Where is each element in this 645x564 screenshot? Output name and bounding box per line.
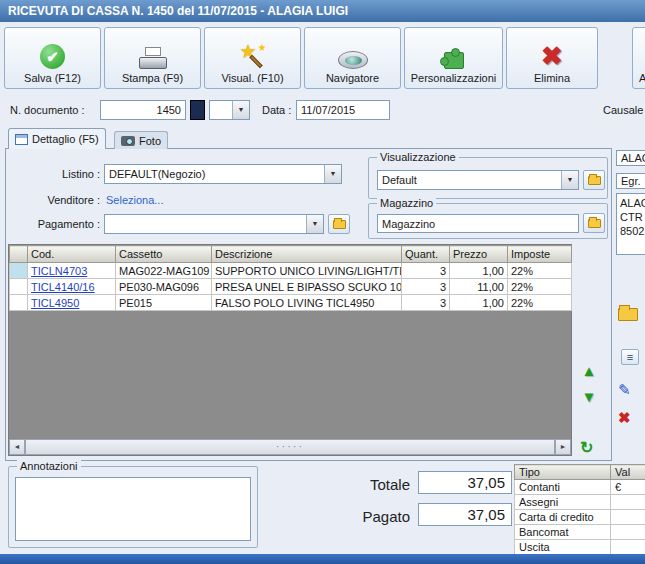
- payment-header-row: Tipo Val: [515, 465, 645, 480]
- grid-icon: [15, 134, 28, 145]
- puzzle-icon: [444, 52, 464, 69]
- visualizzazione-folder-button[interactable]: [583, 170, 605, 190]
- chevron-down-icon[interactable]: ▼: [561, 171, 578, 189]
- payment-header-val: Val: [611, 465, 645, 480]
- chevron-down-icon[interactable]: ▼: [232, 101, 249, 119]
- customer-address-box[interactable]: ALAG CTR 8502: [616, 193, 645, 255]
- list-item[interactable]: Bancomat: [515, 525, 645, 540]
- tab-dettaglio[interactable]: Dettaglio (F5): [8, 128, 106, 149]
- date-field[interactable]: 11/07/2015: [296, 100, 390, 120]
- customer-name-field[interactable]: ALAG: [616, 150, 645, 166]
- document-lookup-button[interactable]: [190, 100, 205, 120]
- payment-tipo: Carta di credito: [515, 510, 611, 525]
- pagamento-combo[interactable]: ▼: [104, 214, 324, 234]
- preview-button[interactable]: ★ ★ Visual. (F10): [204, 27, 301, 89]
- delete-button-label: Elimina: [534, 72, 570, 84]
- refresh-icon: ↻: [580, 439, 593, 456]
- grid-header-cod[interactable]: Cod.: [28, 246, 116, 263]
- pagato-label: Pagato: [300, 508, 410, 525]
- folder-icon: [333, 220, 346, 229]
- red-x-icon: ✖: [541, 43, 563, 69]
- folder-icon: [618, 308, 638, 321]
- visualizzazione-value: Default: [378, 171, 561, 189]
- up-arrow-icon: ▲: [582, 362, 597, 379]
- address-line: ALAG: [620, 196, 645, 210]
- table-row[interactable]: TICL4950 PE015 FALSO POLO LIVING TICL495…: [10, 295, 572, 311]
- items-table: Cod. Cassetto Descrizione Quant. Prezzo …: [9, 245, 572, 311]
- payment-tipo: Uscita: [515, 540, 611, 555]
- grid-header-indicator: [10, 246, 28, 263]
- customizations-button[interactable]: Personalizzazioni: [404, 27, 503, 89]
- scrollbar-thumb[interactable]: [25, 439, 555, 455]
- title-bar[interactable]: RICEVUTA DI CASSA N. 1450 del 11/07/2015…: [0, 0, 645, 22]
- open-folder-button[interactable]: [618, 303, 644, 325]
- scroll-right-icon[interactable]: ►: [555, 439, 571, 455]
- document-number-combo[interactable]: ▼: [209, 100, 250, 120]
- grid-header-descrizione[interactable]: Descrizione: [212, 246, 402, 263]
- item-imposte: 22%: [508, 263, 572, 279]
- list-icon: ≡: [627, 351, 633, 363]
- preview-button-label: Visual. (F10): [221, 72, 283, 84]
- navigator-button-label: Navigatore: [326, 72, 379, 84]
- printer-icon: [139, 47, 167, 69]
- print-button[interactable]: Stampa (F9): [104, 27, 201, 89]
- move-row-up-button[interactable]: ▲: [578, 360, 600, 382]
- list-item[interactable]: Assegni: [515, 495, 645, 510]
- payment-types-panel: Tipo Val Contanti € Assegni Carta di cre…: [514, 464, 645, 554]
- pagamento-folder-button[interactable]: [328, 214, 350, 234]
- item-code-link[interactable]: TICLN4703: [31, 265, 87, 277]
- item-code-link[interactable]: TICL4140/16: [31, 281, 95, 293]
- grid-header-quant[interactable]: Quant.: [402, 246, 450, 263]
- list-item[interactable]: Carta di credito: [515, 510, 645, 525]
- item-code-link[interactable]: TICL4950: [31, 297, 79, 309]
- item-cassetto: MAG022-MAG109: [116, 263, 212, 279]
- payment-tipo: Contanti: [515, 480, 611, 495]
- items-grid: Cod. Cassetto Descrizione Quant. Prezzo …: [8, 244, 572, 456]
- move-row-down-button[interactable]: ▼: [578, 386, 600, 408]
- listino-label: Listino :: [10, 168, 100, 180]
- item-descrizione: FALSO POLO LIVING TICL4950: [212, 295, 402, 311]
- partial-toolbar-button[interactable]: A: [632, 27, 645, 89]
- list-button[interactable]: ≡: [621, 349, 639, 365]
- chevron-down-icon[interactable]: ▼: [324, 165, 341, 183]
- item-prezzo: 1,00: [450, 263, 508, 279]
- magazzino-field[interactable]: Magazzino: [377, 214, 579, 233]
- table-row[interactable]: TICL4140/16 PE030-MAG096 PRESA UNEL E BI…: [10, 279, 572, 295]
- navigator-icon: [338, 51, 368, 69]
- totale-label: Totale: [300, 476, 410, 493]
- annotazioni-textarea[interactable]: [15, 477, 251, 541]
- customer-salutation-field[interactable]: Egr.: [616, 173, 645, 189]
- causale-label: Causale: [603, 104, 643, 116]
- totale-field[interactable]: 37,05: [418, 471, 512, 494]
- item-cassetto: PE030-MAG096: [116, 279, 212, 295]
- list-item[interactable]: Contanti €: [515, 480, 645, 495]
- payment-val: €: [611, 480, 645, 495]
- red-x-icon: ✖: [618, 409, 631, 426]
- window-title: RICEVUTA DI CASSA N. 1450 del 11/07/2015…: [8, 4, 348, 18]
- partial-toolbar-button-label: A: [639, 72, 645, 84]
- navigator-button[interactable]: Navigatore: [304, 27, 401, 89]
- visualizzazione-combo[interactable]: Default ▼: [377, 170, 579, 190]
- magazzino-folder-button[interactable]: [583, 213, 605, 233]
- item-quant: 3: [402, 279, 450, 295]
- refresh-button[interactable]: ↻: [580, 438, 593, 457]
- folder-icon: [588, 219, 601, 228]
- listino-combo[interactable]: DEFAULT(Negozio) ▼: [104, 164, 342, 184]
- list-item[interactable]: Uscita: [515, 540, 645, 555]
- grid-header-cassetto[interactable]: Cassetto: [116, 246, 212, 263]
- horizontal-scrollbar[interactable]: ◄ ►: [9, 439, 571, 455]
- chevron-down-icon[interactable]: ▼: [306, 215, 323, 233]
- pagato-field[interactable]: 37,05: [418, 503, 512, 526]
- save-button[interactable]: ✔ Salva (F12): [4, 27, 101, 89]
- remove-row-button[interactable]: ✖: [618, 409, 631, 427]
- delete-button[interactable]: ✖ Elimina: [506, 27, 598, 89]
- customizations-button-label: Personalizzazioni: [411, 72, 497, 84]
- scroll-left-icon[interactable]: ◄: [9, 439, 25, 455]
- table-row[interactable]: TICLN4703 MAG022-MAG109 SUPPORTO UNICO L…: [10, 263, 572, 279]
- grid-header-imposte[interactable]: Imposte: [508, 246, 572, 263]
- venditore-link[interactable]: Seleziona...: [106, 194, 163, 206]
- tab-foto[interactable]: Foto: [114, 131, 168, 149]
- edit-button[interactable]: ✎: [618, 381, 631, 399]
- document-number-field[interactable]: 1450: [100, 100, 186, 120]
- grid-header-prezzo[interactable]: Prezzo: [450, 246, 508, 263]
